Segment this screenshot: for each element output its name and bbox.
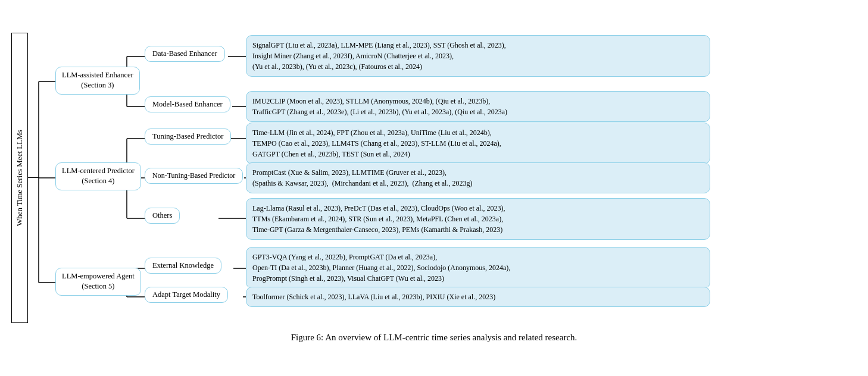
adapt-target-modality-content: Toolformer (Schick et al., 2023), LLaVA … <box>246 287 710 307</box>
others-node: Others <box>145 208 180 224</box>
external-knowledge-content: GPT3-VQA (Yang et al., 2022b), PromptGAT… <box>246 247 710 289</box>
llm-empowered-agent-node: LLM-empowered Agent(Section 5) <box>55 268 141 296</box>
figure-caption: Figure 6: An overview of LLM-centric tim… <box>11 333 857 343</box>
adapt-target-modality-node: Adapt Target Modality <box>145 287 228 303</box>
external-knowledge-node: External Knowledge <box>145 258 221 274</box>
tuning-based-predictor-content: Time-LLM (Jin et al., 2024), FPT (Zhou e… <box>246 123 710 164</box>
non-tuning-based-predictor-node: Non-Tuning-Based Predictor <box>145 168 243 184</box>
vertical-root-label: When Time Series Meet LLMs <box>11 33 28 323</box>
model-based-enhancer-content: IMU2CLIP (Moon et al., 2023), STLLM (Ano… <box>246 91 710 122</box>
tuning-based-predictor-node: Tuning-Based Predictor <box>145 129 231 145</box>
root-h-line <box>28 177 39 178</box>
others-content: Lag-Llama (Rasul et al., 2023), PreDcT (… <box>246 198 710 240</box>
llm-assisted-enhancer-node: LLM-assisted Enhancer(Section 3) <box>55 67 140 95</box>
data-based-enhancer-content: SignalGPT (Liu et al., 2023a), LLM-MPE (… <box>246 35 710 77</box>
data-based-enhancer-node: Data-Based Enhancer <box>145 46 225 62</box>
model-based-enhancer-node: Model-Based Enhancer <box>145 96 230 112</box>
non-tuning-based-predictor-content: PromptCast (Xue & Salim, 2023), LLMTIME … <box>246 162 710 193</box>
llm-centered-predictor-node: LLM-centered Predictor(Section 4) <box>55 162 141 190</box>
